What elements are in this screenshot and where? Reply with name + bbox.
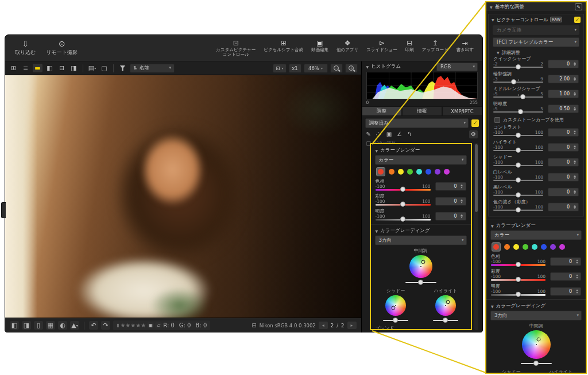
value-spinner[interactable] <box>574 273 580 280</box>
wheel-marker[interactable] <box>421 260 425 264</box>
before-after-icon[interactable]: ◐ <box>58 321 67 330</box>
retouch-brush-icon[interactable]: ◌ <box>376 131 381 137</box>
adjust-slider[interactable]: コントラスト -100 100 0 <box>493 125 579 137</box>
saturation-slider[interactable]: 彩度 -100 100 0 <box>376 194 466 206</box>
value-spinner[interactable] <box>571 144 578 150</box>
saturation-value-field[interactable]: 0 <box>550 272 581 281</box>
image-view-icon[interactable]: ▬ <box>33 64 42 72</box>
swatch-purple[interactable] <box>435 169 440 175</box>
grid-compare-icon[interactable]: ▦ <box>46 321 55 330</box>
compare-before-icon[interactable]: ◧ <box>10 321 19 330</box>
pixel-shift-merge-button[interactable]: ⊞ ピクセルシフト合成 <box>260 39 307 53</box>
adjust-slider[interactable]: ハイライト -100 100 0 <box>493 140 579 152</box>
redo-button[interactable]: ↷ <box>101 321 110 330</box>
swatch-orange[interactable] <box>389 169 394 175</box>
slider-thumb[interactable] <box>400 187 405 192</box>
swatch-yellow[interactable] <box>398 169 404 175</box>
slider-thumb[interactable] <box>443 318 448 323</box>
slider-thumb[interactable] <box>516 163 521 168</box>
fullscreen-icon[interactable]: ▢ <box>99 64 109 72</box>
picture-control-checkbox[interactable]: ✓ <box>574 17 581 23</box>
histogram-channel-dropdown[interactable]: RGB ▾ <box>436 63 478 71</box>
adjust-slider[interactable]: シャドー -100 100 0 <box>493 155 579 167</box>
value-spinner[interactable] <box>571 204 578 210</box>
value-spinner[interactable] <box>571 76 578 82</box>
swatch-green[interactable] <box>523 244 528 250</box>
brightness-value-field[interactable]: 0 <box>435 212 466 221</box>
midtone-color-wheel[interactable] <box>409 255 432 278</box>
grading-mode-dropdown[interactable]: 3方向▾ <box>375 235 467 245</box>
hue-slider[interactable]: 色相 -100 100 0 <box>376 179 466 191</box>
adjust-enabled-checkbox[interactable]: ✓ <box>471 119 479 127</box>
shadow-luminance-slider[interactable] <box>383 318 408 323</box>
rating-control[interactable]: ▮ ★★★★★ ▣ ▱ R: 0 G: 0 B: 0 <box>113 320 210 330</box>
slideshow-button[interactable]: ⊳ スライドショー <box>362 39 401 53</box>
slider-thumb[interactable] <box>516 177 521 183</box>
value-field[interactable]: 1.00 <box>548 90 579 98</box>
camera-compat-dropdown[interactable]: カメラ互換▾ <box>493 25 579 35</box>
value-spinner[interactable] <box>571 174 578 180</box>
swatch-red[interactable] <box>376 167 385 176</box>
value-field[interactable]: 0 <box>548 128 579 137</box>
value-field[interactable]: 0 <box>548 143 579 152</box>
sort-dropdown[interactable]: ⇅ 名前 ▾ <box>130 64 175 73</box>
midtone-luminance-slider[interactable] <box>405 280 436 285</box>
tab-adjust[interactable]: 調整 <box>362 106 402 116</box>
image-viewer[interactable] <box>5 75 361 318</box>
crop-icon[interactable]: ▣ <box>386 131 392 137</box>
adjust-slider[interactable]: ミドルレンジシャープ -5 5 1.00 <box>493 87 579 99</box>
swatch-cyan[interactable] <box>532 244 537 250</box>
swatch-magenta[interactable] <box>444 169 450 175</box>
adjust-slider[interactable]: 黒レベル -100 100 0 <box>493 185 579 197</box>
multi-view-icon[interactable]: ⊟ <box>57 64 67 72</box>
value-spinner[interactable] <box>571 106 578 112</box>
slider-thumb[interactable] <box>516 262 521 267</box>
highlight-luminance-slider[interactable] <box>433 318 458 323</box>
next-image-button[interactable]: ▸ <box>347 322 357 329</box>
adjust-slider[interactable]: 色の濃さ（彩度） -100 100 0 <box>493 200 579 212</box>
swatch-red[interactable] <box>492 242 501 252</box>
value-spinner[interactable] <box>571 159 578 165</box>
zoom-out-button[interactable]: − <box>330 64 343 73</box>
compare-pair-icon[interactable]: ◨ <box>22 321 31 330</box>
filter-funnel-icon[interactable] <box>118 64 127 72</box>
swatch-blue[interactable] <box>425 169 431 175</box>
hue-value-field[interactable]: 0 <box>550 257 581 266</box>
flexible-color-dropdown[interactable]: [FC] フレキシブルカラー▾ <box>493 37 579 47</box>
collapse-triangle-icon[interactable]: ▼ <box>490 5 493 9</box>
adjust-slider[interactable]: 白レベル -100 100 0 <box>493 170 579 182</box>
swatch-magenta[interactable] <box>559 244 565 250</box>
gear-icon[interactable]: ⚙ <box>469 130 478 138</box>
slider-thumb[interactable] <box>400 217 405 222</box>
swatch-yellow[interactable] <box>513 244 519 250</box>
import-button[interactable]: ⇩ 取り込む <box>10 38 41 57</box>
swatch-purple[interactable] <box>550 244 556 250</box>
value-field[interactable]: 0 <box>548 158 579 167</box>
grid-view-icon[interactable]: ⊞ <box>9 64 18 72</box>
blender-mode-dropdown[interactable]: カラー▾ <box>375 155 467 165</box>
swatch-green[interactable] <box>407 169 413 175</box>
adjust-slider[interactable]: 明瞭度 -5 5 0.50 <box>493 102 579 114</box>
edit-tool-icon[interactable]: ✎ <box>366 131 371 137</box>
brightness-slider[interactable]: 明度 -100 100 0 <box>491 284 581 296</box>
shadow-color-wheel[interactable] <box>385 295 406 316</box>
upload-button[interactable]: ↥ アップロード <box>418 39 452 53</box>
value-spinner[interactable] <box>459 213 465 219</box>
value-spinner[interactable] <box>574 258 580 265</box>
slider-thumb[interactable] <box>516 292 521 297</box>
value-spinner[interactable] <box>571 129 578 136</box>
slider-thumb[interactable] <box>533 361 539 366</box>
panel-scrollbar[interactable] <box>474 143 478 330</box>
slider-thumb[interactable] <box>516 207 521 212</box>
value-field[interactable]: 0.50 <box>548 105 579 113</box>
export-button[interactable]: ⇥ 書き出す <box>452 39 478 53</box>
print-button[interactable]: ⊟ 印刷 <box>401 39 418 53</box>
custom-tone-curve-checkbox[interactable] <box>494 117 500 123</box>
blend-value-field[interactable]: 50 <box>435 329 466 330</box>
value-field[interactable]: 0 <box>548 188 579 196</box>
slider-thumb[interactable] <box>516 192 521 198</box>
value-spinner[interactable] <box>571 189 578 195</box>
wheel-marker[interactable] <box>446 300 450 304</box>
filmstrip-icon[interactable]: ▤▾ <box>87 64 97 72</box>
blender-mode-dropdown[interactable]: カラー▾ <box>490 230 582 240</box>
